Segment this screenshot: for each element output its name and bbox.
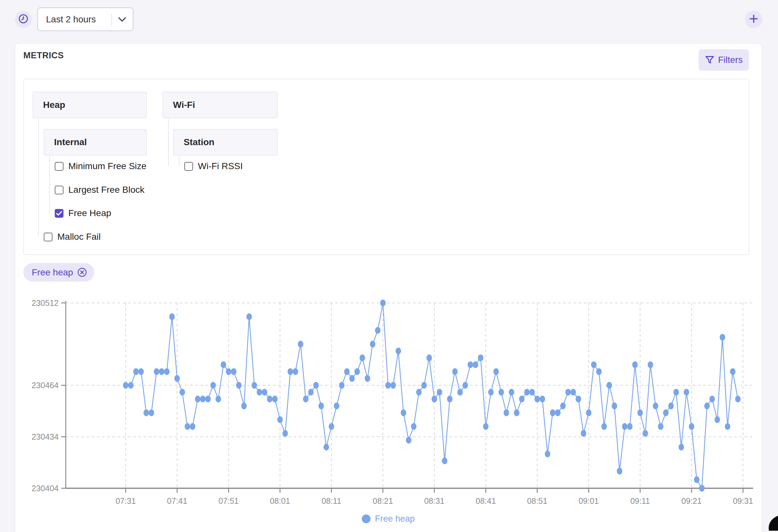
svg-text:230464: 230464 (32, 381, 59, 390)
svg-text:230434: 230434 (32, 432, 59, 441)
svg-text:09:01: 09:01 (578, 497, 599, 506)
svg-text:08:11: 08:11 (322, 497, 341, 506)
svg-text:07:31: 07:31 (115, 497, 136, 506)
svg-text:230512: 230512 (32, 298, 59, 307)
svg-text:08:21: 08:21 (373, 497, 393, 506)
svg-text:08:31: 08:31 (424, 497, 445, 506)
mouse-cursor-artifact (767, 515, 778, 532)
svg-text:09:11: 09:11 (630, 497, 650, 506)
svg-text:07:51: 07:51 (218, 497, 239, 506)
chart-legend-free-heap[interactable]: Free heap (0, 514, 777, 524)
free-heap-line-chart: 23051223046423043423040407:3107:4107:510… (0, 0, 778, 532)
legend-series-label: Free heap (375, 514, 414, 524)
svg-text:08:01: 08:01 (270, 497, 290, 506)
svg-text:07:41: 07:41 (167, 497, 187, 506)
svg-text:08:51: 08:51 (527, 497, 547, 506)
svg-text:08:41: 08:41 (476, 497, 496, 506)
svg-text:230404: 230404 (32, 484, 59, 493)
legend-series-dot (362, 515, 371, 523)
svg-text:09:31: 09:31 (733, 497, 753, 506)
svg-text:09:21: 09:21 (682, 497, 702, 506)
